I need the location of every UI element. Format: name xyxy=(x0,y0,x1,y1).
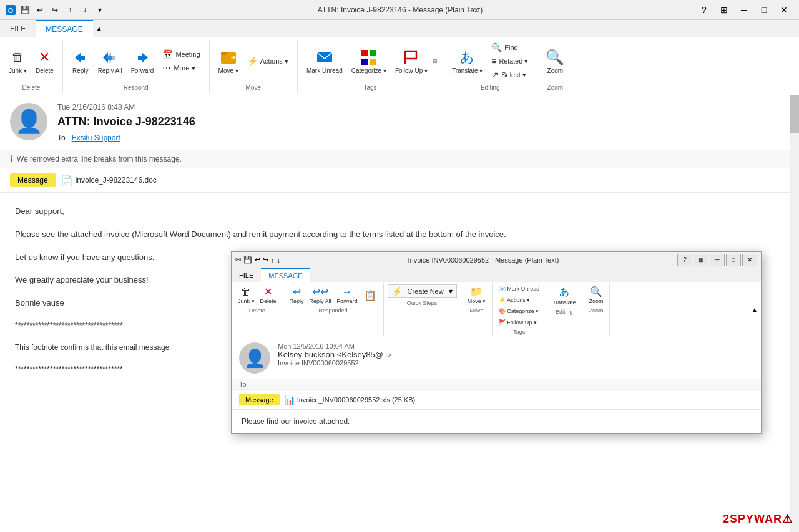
tags-expand-button[interactable]: ⊟ xyxy=(433,58,438,64)
ribbon-collapse-button[interactable]: ▲ xyxy=(93,20,105,37)
translate-label: Translate ▾ xyxy=(452,67,483,74)
nested-zoom-btn[interactable]: 🔍 Zoom xyxy=(586,284,605,306)
meeting-button[interactable]: 📅 Meeting xyxy=(159,48,203,60)
nested-junk-label: Junk ▾ xyxy=(238,298,255,304)
nested-collapse-btn[interactable]: ▲ xyxy=(748,283,761,336)
reply-all-icon xyxy=(101,49,119,66)
nested-move-icon: 📁 xyxy=(470,286,483,297)
find-button[interactable]: 🔍 Find xyxy=(488,41,532,54)
nested-respond-items: ↩ Reply ↩↩ Reply All → Forward 📋 xyxy=(286,283,381,307)
info-bar: ℹ We removed extra line breaks from this… xyxy=(0,150,799,168)
nested-follow-label: Follow Up ▾ xyxy=(507,319,537,326)
nested-forward-btn[interactable]: → Forward xyxy=(335,285,360,306)
nested-reply-all-btn[interactable]: ↩↩ Reply All xyxy=(307,284,334,306)
nested-delete-items: 🗑 Junk ▾ ✕ Delete xyxy=(234,283,280,307)
junk-button[interactable]: 🗑 Junk ▾ xyxy=(5,46,31,77)
nested-move-btn[interactable]: 📁 Move ▾ xyxy=(465,284,489,306)
fullscreen-button[interactable]: ⊞ xyxy=(714,1,734,19)
nested-fullscreen-btn[interactable]: ⊞ xyxy=(694,254,708,266)
prev-qat-btn[interactable]: ↑ xyxy=(64,4,76,16)
nested-actions-btn[interactable]: ⚡ Actions ▾ xyxy=(496,296,532,304)
nested-delete-btn[interactable]: ✕ Delete xyxy=(258,284,279,306)
related-button[interactable]: ≡ Related ▾ xyxy=(488,55,532,67)
nested-help-btn[interactable]: ? xyxy=(677,254,692,266)
message-tab[interactable]: Message xyxy=(10,173,56,187)
nested-extra-btn[interactable]: 📋 xyxy=(361,288,380,302)
nested-avatar: 👤 xyxy=(239,342,270,374)
forward-button[interactable]: Forward xyxy=(127,46,158,77)
nested-zoom-label: Zoom xyxy=(585,307,607,314)
translate-button[interactable]: あ Translate ▾ xyxy=(448,46,486,77)
help-button[interactable]: ? xyxy=(694,1,714,19)
nested-tab-file[interactable]: FILE xyxy=(232,268,261,282)
minimize-button[interactable]: ─ xyxy=(734,1,754,19)
follow-up-button[interactable]: Follow Up ▾ xyxy=(391,46,431,77)
nested-mark-unread-btn[interactable]: 📧 Mark Unread xyxy=(496,284,542,293)
move-button[interactable]: Move ▾ xyxy=(215,46,242,77)
nested-avatar-icon: 👤 xyxy=(244,348,266,369)
reply-icon xyxy=(72,49,89,66)
nested-tab-message[interactable]: MESSAGE xyxy=(261,268,310,282)
undo-qat-btn[interactable]: ↩ xyxy=(34,4,46,16)
delete-button[interactable]: ✕ Delete xyxy=(32,46,57,77)
nested-reply-btn[interactable]: ↩ Reply xyxy=(287,284,306,306)
tags-group-items: Mark Unread Categorize ▾ xyxy=(300,40,440,82)
nested-collapse: ▲ xyxy=(748,283,761,336)
tab-message[interactable]: MESSAGE xyxy=(36,20,92,37)
actions-button[interactable]: ⚡ Actions ▾ xyxy=(243,55,292,67)
ribbon-group-tags: Mark Unread Categorize ▾ xyxy=(298,40,443,92)
quicksteps-box: ⚡ Create New ▾ xyxy=(388,284,457,298)
reply-all-button[interactable]: Reply All xyxy=(94,46,126,77)
ribbon-group-respond: Reply Reply All Forward 📅 xyxy=(63,40,210,92)
nested-message-tab[interactable]: Message xyxy=(239,394,280,405)
nested-translate-label: Translate xyxy=(552,299,576,306)
respond-extra: 📅 Meeting ⋯ More ▾ xyxy=(159,48,203,74)
zoom-group-label: Zoom xyxy=(540,82,570,92)
save-qat-btn[interactable]: 💾 xyxy=(19,4,31,16)
nested-close-btn[interactable]: ✕ xyxy=(742,254,757,266)
move-label: Move ▾ xyxy=(218,67,238,74)
window-controls: ? ⊞ ─ □ ✕ xyxy=(694,1,794,19)
select-label: Select ▾ xyxy=(501,71,526,79)
nested-follow-btn[interactable]: 🚩 Follow Up ▾ xyxy=(496,318,539,327)
more-button[interactable]: ⋯ More ▾ xyxy=(159,62,203,74)
nested-restore-btn[interactable]: □ xyxy=(726,254,741,266)
close-button[interactable]: ✕ xyxy=(774,1,794,19)
nested-categorize-btn[interactable]: 🎨 Categorize ▾ xyxy=(496,307,541,316)
message-container: 👤 Tue 2/16/2016 8:48 AM ATTN: Invoice J-… xyxy=(0,95,799,532)
zoom-button[interactable]: 🔍 Zoom xyxy=(542,46,567,77)
scrollbar-thumb[interactable] xyxy=(790,95,799,133)
reply-button[interactable]: Reply xyxy=(68,46,93,77)
more-label: More ▾ xyxy=(174,64,195,72)
nested-attach-file[interactable]: 📊 Invoice_INV000060029552.xls (25 KB) xyxy=(285,395,416,405)
message-date: Tue 2/16/2016 8:48 AM xyxy=(57,103,789,112)
follow-up-icon xyxy=(403,49,420,66)
follow-up-label: Follow Up ▾ xyxy=(395,67,428,74)
delete-group-items: 🗑 Junk ▾ ✕ Delete xyxy=(2,40,60,82)
nested-junk-btn[interactable]: 🗑 Junk ▾ xyxy=(235,285,257,306)
restore-button[interactable]: □ xyxy=(754,1,774,19)
select-button[interactable]: ↗ Select ▾ xyxy=(488,69,532,81)
svg-rect-3 xyxy=(221,52,227,55)
nested-delete-label: Delete xyxy=(260,298,277,304)
quicksteps-arrow: ▾ xyxy=(449,287,453,296)
nested-minimize-btn[interactable]: ─ xyxy=(710,254,725,266)
redo-qat-btn[interactable]: ↪ xyxy=(49,4,61,16)
next-qat-btn[interactable]: ↓ xyxy=(79,4,91,16)
quick-access-toolbar: O 💾 ↩ ↪ ↑ ↓ ▾ xyxy=(5,4,106,16)
find-icon: 🔍 xyxy=(491,42,502,52)
tab-file[interactable]: FILE xyxy=(0,20,36,37)
attachment-filename: invoice_J-98223146.doc xyxy=(76,176,157,185)
create-new-btn[interactable]: Create New xyxy=(405,286,446,296)
categorize-button[interactable]: Categorize ▾ xyxy=(348,46,390,77)
attachment-file[interactable]: 📄 invoice_J-98223146.doc xyxy=(61,175,157,186)
mark-unread-button[interactable]: Mark Unread xyxy=(303,46,346,77)
title-bar: O 💾 ↩ ↪ ↑ ↓ ▾ ATTN: Invoice J-98223146 -… xyxy=(0,0,799,20)
nested-translate-btn[interactable]: あ Translate xyxy=(550,284,578,307)
info-text: We removed extra line breaks from this m… xyxy=(17,155,182,163)
editing-extra: 🔍 Find ≡ Related ▾ ↗ Select ▾ xyxy=(488,41,532,81)
forward-icon xyxy=(134,49,151,66)
nested-group-quicksteps: ⚡ Create New ▾ Quick Steps xyxy=(384,283,461,336)
meeting-label: Meeting xyxy=(175,51,200,58)
more-qat-btn[interactable]: ▾ xyxy=(94,4,106,16)
